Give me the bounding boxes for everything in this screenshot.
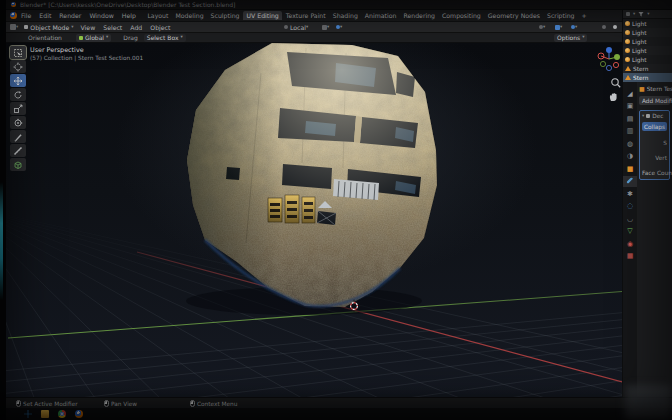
tab-particles-icon[interactable]: ✱ [623,188,637,200]
display-mode-icon[interactable] [626,12,630,16]
tab-scene-icon[interactable]: ◍ [623,138,637,150]
xray-toggle[interactable]: ▾ [571,25,577,30]
orientation-value-dropdown[interactable]: Global ▾ [76,34,111,42]
tab-physics-icon[interactable]: ◌ [623,201,637,213]
options-button[interactable]: Options ▾ [554,34,587,42]
proportional-edit-dropdown[interactable]: ▾ [336,25,342,30]
outliner-item-light-1[interactable]: Light [623,19,672,28]
tab-texture-icon[interactable]: ▦ [623,251,637,263]
object-icon: ■ [639,85,645,92]
properties-panel: ■ Stern Tes Add Modifier ▾ Dec Collaps S… [637,82,672,397]
solid-shading-icon[interactable] [602,25,606,29]
tab-data-icon[interactable]: ▽ [623,226,637,238]
tab-sculpting[interactable]: Sculpting [207,11,243,20]
collapse-mode-button[interactable]: Collaps [642,122,667,131]
modifier-header[interactable]: ▾ Dec [642,113,667,119]
tab-layout[interactable]: Layout [144,11,172,20]
tab-compositing[interactable]: Compositing [439,11,485,20]
tab-rendering[interactable]: Rendering [400,11,439,20]
pan-view-hand-icon[interactable] [608,91,620,103]
tool-annotate[interactable] [10,130,26,143]
outliner-item-light-4[interactable]: Light [623,46,672,55]
modifier-checkbox-icon[interactable] [646,114,650,118]
view-name: User Perspective [30,46,143,54]
drag-value-dropdown[interactable]: Select Box ▾ [144,34,186,42]
status-bar: Set Active Modifier Pan View Context Men… [6,397,672,408]
outliner-item-stern-1[interactable]: Stern [623,64,672,73]
overlays-dropdown[interactable]: ▾ [555,25,562,30]
tool-transform[interactable] [10,116,26,129]
tool-cursor[interactable] [10,60,26,73]
menu-add[interactable]: Add [126,24,146,31]
tool-add-cube[interactable] [10,158,26,171]
zoom-view-icon[interactable] [610,77,622,89]
light-icon [625,21,630,26]
light-icon [625,57,630,62]
outliner-item-light-2[interactable]: Light [623,28,672,37]
menu-render[interactable]: Render [55,12,85,19]
axes-icon [79,36,83,40]
tab-texture-paint[interactable]: Texture Paint [282,11,329,20]
orientation-pivot-label: Local [290,24,306,31]
gizmo-dropdown[interactable]: ▾ [539,25,545,30]
tab-animation[interactable]: Animation [361,11,400,20]
outliner-header: ▾ ▾ [623,10,672,19]
navigation-gizmo[interactable] [594,44,622,74]
tool-settings-bar: Orientation Global ▾ Drag Select Box ▾ O… [6,33,672,43]
new-workspace-button[interactable]: + [578,11,590,20]
menu-object[interactable]: Object [146,24,174,31]
filter-funnel-icon[interactable] [638,11,644,17]
tool-rotate[interactable] [10,88,26,101]
outliner-item-stern-2[interactable]: Stern [623,73,672,82]
tab-geometry-nodes[interactable]: Geometry Nodes [484,11,543,20]
tab-uv-editing[interactable]: UV Editing [243,11,282,20]
tab-shading[interactable]: Shading [329,11,361,20]
mouse-right-click-icon [190,400,195,407]
snap-dropdown[interactable]: ▾ [322,25,329,30]
file-explorer-icon[interactable] [41,410,49,418]
tab-world-icon[interactable]: ◑ [623,151,637,163]
add-modifier-button[interactable]: Add Modifier [639,96,670,105]
menu-view[interactable]: View [77,24,100,31]
tab-material-icon[interactable]: ◉ [623,238,637,250]
tab-tool-icon[interactable]: ◢ [623,88,637,100]
chrome-icon[interactable] [58,410,66,418]
background-desk-blur [625,386,672,420]
menu-file[interactable]: File [17,12,35,19]
tab-output-icon[interactable]: ▤ [623,113,637,125]
viewport-header: ▾ Object Mode ▾ View Select Add Object L… [6,22,672,33]
menu-bar: File Edit Render Window Help Layout Mode… [6,10,672,22]
material-shading-icon[interactable] [613,25,617,29]
tab-modeling[interactable]: Modeling [172,11,207,20]
viewport-scene [6,43,622,397]
outliner-item-light-3[interactable]: Light [623,37,672,46]
tool-move[interactable] [10,74,26,87]
windows-start-icon[interactable] [24,410,32,418]
tool-select-box[interactable] [10,46,26,59]
face-count-label: Face Count: 3 [642,170,667,176]
blender-taskbar-icon[interactable] [75,410,83,418]
tab-modifiers-icon[interactable] [623,176,637,188]
menu-help[interactable]: Help [118,12,140,19]
blender-logo-icon [11,2,16,7]
tool-scale[interactable] [10,102,26,115]
tab-constraints-icon[interactable]: ◡ [623,213,637,225]
tab-scripting[interactable]: Scripting [544,11,579,20]
tab-object-icon[interactable]: ■ [623,163,637,175]
menu-window[interactable]: Window [85,12,117,19]
tab-render-icon[interactable]: ▣ [623,101,637,113]
blender-window: Blender* [C:\Users\kessk\OneDrive\Deskto… [6,0,672,420]
drag-label: Drag [123,34,138,41]
light-icon [625,48,630,53]
orientation-icon [284,25,288,29]
blender-menu-icon[interactable] [10,12,17,19]
tab-view-layer-icon[interactable]: ▥ [623,126,637,138]
outliner-item-light-5[interactable]: Light [623,55,672,64]
3d-viewport[interactable]: User Perspective (57) Collection | Stern… [6,43,622,397]
transform-orientation-dropdown[interactable]: Local ▾ [284,24,308,31]
tool-measure[interactable] [10,144,26,157]
menu-edit[interactable]: Edit [35,12,55,19]
menu-select[interactable]: Select [99,24,126,31]
mode-dropdown[interactable]: Object Mode ▾ [21,23,76,31]
mesh-icon [625,75,631,80]
